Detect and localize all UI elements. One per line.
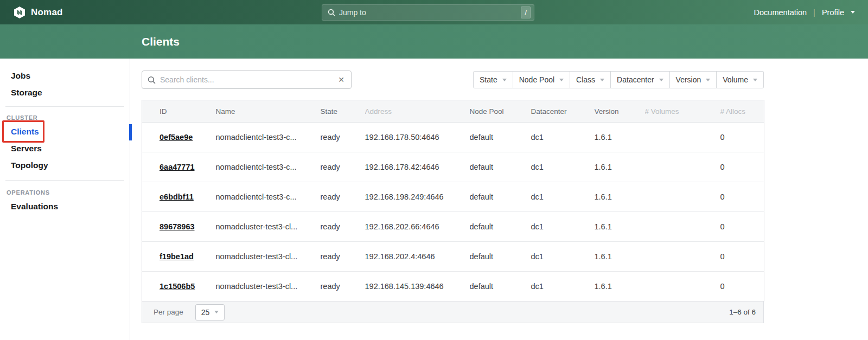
profile-menu[interactable]: Profile (822, 8, 844, 17)
jump-to-input[interactable] (339, 8, 521, 17)
client-node-pool: default (470, 242, 531, 272)
nomad-logo-icon (13, 6, 26, 19)
client-state: ready (321, 182, 365, 212)
sidebar-section-cluster: CLUSTER (0, 112, 130, 123)
client-address: 192.168.202.4:4646 (365, 242, 470, 272)
client-id-link[interactable]: e6bdbf11 (159, 193, 194, 201)
clear-search-icon[interactable]: ✕ (337, 75, 346, 84)
sidebar-divider (5, 180, 124, 181)
sidebar-item-topology[interactable]: Topology (0, 157, 130, 174)
client-id-link[interactable]: 89678963 (159, 222, 195, 231)
filter-datacenter[interactable]: Datacenter (611, 71, 669, 88)
sidebar-item-evaluations[interactable]: Evaluations (0, 198, 130, 215)
filter-volume[interactable]: Volume (717, 71, 764, 88)
client-id-link[interactable]: 1c1506b5 (159, 282, 195, 291)
documentation-link[interactable]: Documentation (754, 8, 807, 17)
page-header-band: Clients (0, 24, 868, 59)
sidebar-item-jobs[interactable]: Jobs (0, 67, 130, 84)
column-header-id[interactable]: ID (142, 100, 216, 123)
chevron-down-icon (753, 79, 757, 81)
active-item-indicator (129, 124, 132, 140)
filter-class[interactable]: Class (570, 71, 611, 88)
client-name: nomadclientcl-test3-c... (216, 152, 321, 182)
client-volumes (645, 212, 720, 242)
table-footer: Per page 25 1–6 of 6 (142, 301, 764, 323)
column-header-name[interactable]: Name (216, 100, 321, 123)
client-datacenter: dc1 (531, 272, 595, 301)
sidebar-section-operations: OPERATIONS (0, 187, 130, 198)
chevron-down-icon (214, 311, 219, 313)
client-node-pool: default (470, 123, 531, 152)
chevron-down-icon (559, 79, 564, 81)
client-version: 1.6.1 (595, 152, 645, 182)
per-page-value: 25 (201, 308, 210, 317)
client-datacenter: dc1 (531, 152, 595, 182)
table-row[interactable]: 1c1506b5 nomadcluster-test3-cl... ready … (142, 272, 764, 301)
client-state: ready (321, 242, 365, 272)
client-version: 1.6.1 (595, 182, 645, 212)
table-row[interactable]: f19be1ad nomadcluster-test3-cl... ready … (142, 242, 764, 272)
client-address: 192.168.145.139:4646 (365, 272, 470, 301)
table-header-row: ID Name State Address Node Pool Datacent… (142, 100, 764, 123)
chevron-down-icon (659, 79, 663, 81)
client-state: ready (321, 152, 365, 182)
client-volumes (645, 272, 720, 301)
table-row[interactable]: 6aa47771 nomadclientcl-test3-c... ready … (142, 152, 764, 182)
client-state: ready (321, 212, 365, 242)
search-icon (328, 9, 335, 16)
client-datacenter: dc1 (531, 212, 595, 242)
client-version: 1.6.1 (595, 123, 645, 152)
filter-node-pool[interactable]: Node Pool (513, 71, 570, 88)
clients-search-input[interactable] (160, 75, 337, 84)
client-volumes (645, 242, 720, 272)
clients-search[interactable]: ✕ (142, 70, 352, 89)
chevron-down-icon (706, 79, 710, 81)
client-address: 192.168.198.249:4646 (365, 182, 470, 212)
client-name: nomadclientcl-test3-c... (216, 182, 321, 212)
client-node-pool: default (470, 152, 531, 182)
nomad-clients-page: Nomad / Documentation | Profile Clients … (0, 0, 868, 340)
column-header-address: Address (365, 100, 470, 123)
top-navbar: Nomad / Documentation | Profile (0, 0, 868, 24)
client-id-link[interactable]: 0ef5ae9e (159, 133, 193, 142)
sidebar: Jobs Storage CLUSTER Clients Servers Top… (0, 59, 130, 340)
client-state: ready (321, 123, 365, 152)
sidebar-item-storage[interactable]: Storage (0, 84, 130, 101)
jump-to-search[interactable]: / (322, 4, 534, 21)
table-row[interactable]: 89678963 nomadcluster-test3-cl... ready … (142, 212, 764, 242)
chevron-down-icon[interactable] (851, 11, 855, 14)
client-version: 1.6.1 (595, 242, 645, 272)
sidebar-item-servers[interactable]: Servers (0, 140, 130, 157)
clients-table: ID Name State Address Node Pool Datacent… (142, 100, 764, 301)
chevron-down-icon (600, 79, 604, 81)
per-page-select[interactable]: 25 (195, 304, 225, 320)
client-name: nomadcluster-test3-cl... (216, 242, 321, 272)
nomad-brand[interactable]: Nomad (13, 6, 63, 19)
table-row[interactable]: e6bdbf11 nomadclientcl-test3-c... ready … (142, 182, 764, 212)
column-header-datacenter[interactable]: Datacenter (531, 100, 595, 123)
table-row[interactable]: 0ef5ae9e nomadclientcl-test3-c... ready … (142, 123, 764, 152)
filter-bar: ✕ State Node Pool Class Datacenter Versi… (142, 70, 764, 89)
client-allocs: 0 (720, 272, 764, 301)
sidebar-item-clients[interactable]: Clients (0, 123, 130, 140)
pagination-range: 1–6 of 6 (729, 308, 756, 316)
column-header-state[interactable]: State (321, 100, 365, 123)
column-header-version[interactable]: Version (595, 100, 645, 123)
client-node-pool: default (470, 212, 531, 242)
client-volumes (645, 182, 720, 212)
client-id-link[interactable]: 6aa47771 (159, 163, 195, 171)
client-node-pool: default (470, 272, 531, 301)
client-allocs: 0 (720, 152, 764, 182)
client-id-link[interactable]: f19be1ad (159, 252, 194, 261)
client-node-pool: default (470, 182, 531, 212)
client-address: 192.168.202.66:4646 (365, 212, 470, 242)
client-name: nomadcluster-test3-cl... (216, 212, 321, 242)
filter-version[interactable]: Version (670, 71, 717, 88)
client-allocs: 0 (720, 212, 764, 242)
chevron-down-icon (502, 79, 507, 81)
search-icon (148, 76, 156, 84)
filter-state[interactable]: State (473, 71, 513, 88)
client-volumes (645, 123, 720, 152)
column-header-node-pool[interactable]: Node Pool (470, 100, 531, 123)
client-allocs: 0 (720, 123, 764, 152)
